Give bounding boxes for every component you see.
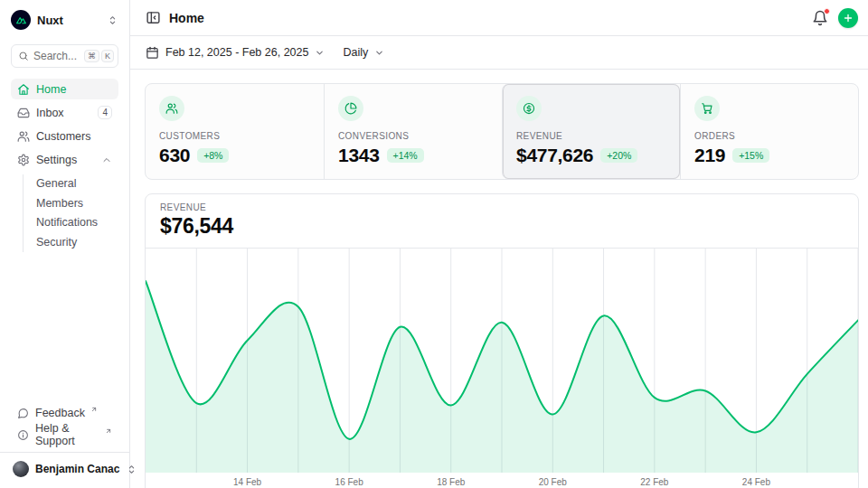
stat-label: REVENUE <box>516 131 666 141</box>
chart-x-axis: 14 Feb16 Feb18 Feb20 Feb22 Feb24 Feb <box>146 473 858 488</box>
chart-metric-label: REVENUE <box>160 202 844 212</box>
external-link-icon <box>90 406 98 413</box>
sidebar-item-home[interactable]: Home <box>11 79 118 99</box>
stat-delta-badge: +8% <box>197 148 229 163</box>
settings-submenu: General Members Notifications Security <box>23 174 118 252</box>
x-tick-label: 24 Feb <box>742 477 770 487</box>
stat-value: 1343 <box>338 145 380 166</box>
granularity-label: Daily <box>343 46 368 59</box>
stat-label: ORDERS <box>694 131 844 141</box>
speech-bubble-icon <box>17 408 29 419</box>
granularity-select[interactable]: Daily <box>343 46 384 59</box>
stat-card-revenue[interactable]: REVENUE $477,626 +20% <box>502 84 680 179</box>
unread-dot <box>824 8 830 14</box>
users-icon <box>17 130 30 143</box>
chart-plot-area[interactable] <box>146 249 858 473</box>
feedback-label: Feedback <box>35 407 85 419</box>
info-circle-icon <box>17 429 29 441</box>
date-range-picker[interactable]: Feb 12, 2025 - Feb 26, 2025 <box>146 46 325 60</box>
date-range-label: Feb 12, 2025 - Feb 26, 2025 <box>165 46 308 59</box>
stat-card-conversions[interactable]: CONVERSIONS 1343 +14% <box>324 84 502 179</box>
stat-card-customers[interactable]: CUSTOMERS 630 +8% <box>146 84 324 179</box>
stats-row: CUSTOMERS 630 +8% CONVERSIONS 1343 +14% <box>145 83 859 180</box>
stat-label: CONVERSIONS <box>338 131 488 141</box>
feedback-link[interactable]: Feedback <box>11 403 118 423</box>
kbd-k: K <box>101 50 114 62</box>
sidebar: Nuxt Search... ⌘ K Home Inbox 4 Cu <box>0 0 130 488</box>
chart-metric-value: $76,544 <box>160 214 844 239</box>
sidebar-item-label: Home <box>36 83 66 96</box>
stat-delta-badge: +20% <box>600 148 637 163</box>
sidebar-item-inbox[interactable]: Inbox 4 <box>11 102 118 123</box>
sidebar-nav: Home Inbox 4 Customers Settings General … <box>11 79 118 252</box>
help-support-link[interactable]: Help & Support <box>11 425 118 445</box>
chevrons-up-down-icon <box>107 14 118 26</box>
sidebar-item-customers[interactable]: Customers <box>11 126 118 146</box>
chevron-down-icon <box>315 48 325 58</box>
revenue-chart-card: REVENUE $76,544 14 Feb16 Feb18 Feb20 Feb… <box>145 193 859 488</box>
stat-value: $477,626 <box>516 145 593 166</box>
main-area: Home Feb 12, 2025 - Feb 26, 2025 Daily <box>130 0 868 488</box>
chevron-up-icon <box>101 155 112 165</box>
stat-label: CUSTOMERS <box>159 131 310 141</box>
user-name: Benjamin Canac <box>35 463 119 475</box>
sidebar-footer-links: Feedback Help & Support <box>11 403 118 445</box>
stat-value: 219 <box>694 145 725 166</box>
workspace-name: Nuxt <box>37 14 63 27</box>
inbox-count-badge: 4 <box>98 106 112 119</box>
sidebar-item-label: Inbox <box>36 107 64 119</box>
x-tick-label: 14 Feb <box>233 477 261 487</box>
stat-delta-badge: +14% <box>387 148 424 163</box>
x-tick-label: 18 Feb <box>437 477 465 487</box>
search-icon <box>18 51 29 61</box>
stat-card-orders[interactable]: ORDERS 219 +15% <box>680 84 858 179</box>
kbd-meta: ⌘ <box>84 50 99 62</box>
stat-delta-badge: +15% <box>732 148 769 163</box>
page-title: Home <box>169 11 204 25</box>
x-tick-label: 22 Feb <box>640 477 668 487</box>
cart-icon <box>701 102 713 115</box>
calendar-icon <box>146 46 159 60</box>
sidebar-item-notifications[interactable]: Notifications <box>36 213 118 233</box>
chevron-down-icon <box>374 48 384 58</box>
search-input[interactable]: Search... ⌘ K <box>11 44 118 68</box>
sidebar-item-settings[interactable]: Settings <box>11 149 118 170</box>
x-tick-label: 20 Feb <box>539 477 567 487</box>
sidebar-item-label: Customers <box>36 130 90 143</box>
page-content: CUSTOMERS 630 +8% CONVERSIONS 1343 +14% <box>130 70 868 488</box>
pie-chart-icon <box>344 102 357 115</box>
external-link-icon <box>105 427 112 435</box>
sidebar-item-members[interactable]: Members <box>36 194 118 214</box>
sidebar-item-general[interactable]: General <box>36 174 118 194</box>
revenue-area-chart <box>146 249 858 473</box>
user-avatar <box>13 461 29 477</box>
users-icon <box>165 102 178 115</box>
top-header: Home <box>130 0 868 36</box>
filters-toolbar: Feb 12, 2025 - Feb 26, 2025 Daily <box>130 36 868 70</box>
x-tick-label: 16 Feb <box>335 477 363 487</box>
stat-value: 630 <box>159 145 190 166</box>
search-placeholder: Search... <box>33 50 80 62</box>
dashboard-app: Nuxt Search... ⌘ K Home Inbox 4 Cu <box>0 0 868 488</box>
sidebar-item-security[interactable]: Security <box>36 233 118 253</box>
chart-header: REVENUE $76,544 <box>146 194 858 249</box>
home-icon <box>17 83 30 96</box>
dollar-circle-icon <box>523 102 535 115</box>
plus-icon <box>843 13 854 23</box>
inbox-icon <box>17 107 30 119</box>
new-item-button[interactable] <box>838 8 858 28</box>
sidebar-item-label: Settings <box>36 154 77 166</box>
notifications-button[interactable] <box>812 10 828 26</box>
help-support-label: Help & Support <box>35 422 99 447</box>
workspace-switcher[interactable]: Nuxt <box>11 9 118 31</box>
panel-left-close-icon[interactable] <box>146 10 161 25</box>
gear-icon <box>17 154 30 166</box>
nuxt-logo-icon <box>11 10 31 30</box>
user-menu[interactable]: Benjamin Canac <box>11 453 118 479</box>
